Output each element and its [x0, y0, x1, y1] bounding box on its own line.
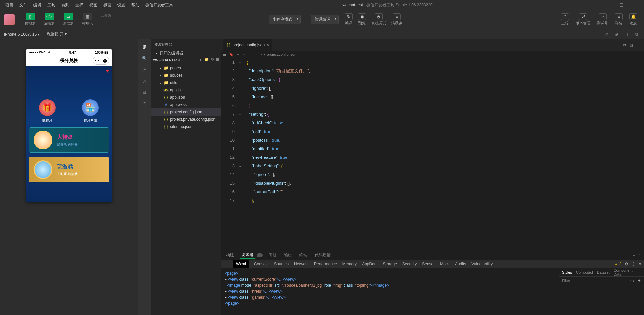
- capsule-button[interactable]: ⋯ ◎: [93, 57, 109, 65]
- preview-button[interactable]: ◉预览: [355, 12, 369, 27]
- hot-reload-select[interactable]: 热重载 开 ▾: [46, 31, 67, 37]
- details-button[interactable]: ≡详情: [612, 12, 625, 27]
- output-tab[interactable]: 输出: [283, 252, 293, 259]
- build-tab[interactable]: 构建: [225, 252, 235, 259]
- file-tree-item[interactable]: JSapp.js: [151, 86, 221, 94]
- wxml-tree[interactable]: <page> ▸ <view class="currentScore">…</v…: [221, 268, 559, 315]
- storage-tab[interactable]: Storage: [383, 262, 397, 266]
- back-icon[interactable]: ←: [236, 52, 240, 57]
- menu-icon[interactable]: ☰: [223, 52, 226, 57]
- simulator-toggle[interactable]: ▯模拟器: [21, 12, 39, 27]
- more-icon[interactable]: ⋯: [637, 43, 641, 47]
- record-icon[interactable]: ◉: [613, 31, 620, 38]
- gear-icon[interactable]: ⚙: [625, 262, 628, 266]
- file-tree-item[interactable]: ▸📁souces: [151, 72, 221, 79]
- branch-icon[interactable]: ⎇: [138, 64, 151, 75]
- performance-tab[interactable]: Performance: [314, 262, 337, 266]
- file-tree-item[interactable]: { }project.config.json: [151, 108, 221, 116]
- file-tree-item[interactable]: { }app.json: [151, 94, 221, 101]
- editor-toggle[interactable]: </>编辑器: [40, 12, 58, 27]
- refresh-icon[interactable]: ↻: [603, 31, 610, 38]
- points-mall-icon[interactable]: 🏪: [82, 99, 99, 116]
- user-avatar[interactable]: [4, 14, 15, 25]
- sources-tab[interactable]: Sources: [274, 262, 289, 266]
- cls-toggle[interactable]: .cls: [629, 278, 635, 283]
- more-icon[interactable]: ⋯: [214, 42, 218, 47]
- popout-icon[interactable]: ⧉: [633, 31, 640, 38]
- add-icon[interactable]: ＋: [637, 278, 641, 283]
- memory-tab[interactable]: Memory: [342, 262, 357, 266]
- console-tab[interactable]: Console: [254, 262, 269, 266]
- terminal-tab[interactable]: 终端: [298, 252, 309, 259]
- split-icon[interactable]: ▥: [630, 43, 633, 47]
- debugger-tab[interactable]: 调试器: [240, 251, 255, 259]
- menu-file[interactable]: 文件: [17, 0, 30, 10]
- device-icon[interactable]: ▯: [623, 31, 630, 38]
- overflow-icon[interactable]: »: [639, 262, 641, 266]
- overflow-icon[interactable]: »: [639, 270, 641, 274]
- bookmark-icon[interactable]: 🔖: [229, 52, 234, 57]
- debug-icon[interactable]: ▷: [138, 75, 151, 87]
- security-tab[interactable]: Security: [402, 262, 417, 266]
- new-folder-icon[interactable]: 📁: [204, 57, 209, 62]
- refresh-icon[interactable]: ↻: [211, 57, 214, 62]
- computed-tab[interactable]: Computed: [576, 270, 593, 274]
- audits-tab[interactable]: Audits: [455, 262, 466, 266]
- forward-icon[interactable]: →: [243, 52, 246, 57]
- menu-dots-icon[interactable]: ⋯: [93, 57, 101, 64]
- file-tree-item[interactable]: ▸📁pages: [151, 64, 221, 72]
- debugger-toggle[interactable]: ⇄调试器: [59, 12, 77, 27]
- upload-button[interactable]: ⤴上传: [558, 12, 572, 27]
- file-tree-item[interactable]: #app.wxss: [151, 101, 221, 108]
- phone-preview[interactable]: ●●●●● WeChat 8:47 100% ▮▮ 积分兑换 ⋯ ◎ ♥ 🎁 赚…: [26, 49, 112, 202]
- clear-cache-button[interactable]: ≡清缓存: [389, 12, 405, 27]
- inspect-icon[interactable]: ⯐: [224, 262, 228, 266]
- problems-tab[interactable]: 问题: [267, 252, 278, 259]
- warning-badge[interactable]: ▲ 3: [614, 262, 621, 266]
- vulnerability-tab[interactable]: Vulnerability: [471, 262, 493, 266]
- wxml-tab[interactable]: Wxml: [233, 260, 249, 268]
- menu-settings[interactable]: 设置: [115, 0, 128, 10]
- menu-devtools[interactable]: 微信开发者工具: [143, 0, 176, 10]
- code-body[interactable]: { "description": "项目配置文件。", "packOptions…: [241, 58, 644, 250]
- wheel-card[interactable]: 大转盘 踏春风 转惊喜: [29, 127, 109, 153]
- menu-goto[interactable]: 转到: [59, 0, 72, 10]
- files-icon[interactable]: 🗐: [138, 41, 151, 53]
- menu-edit[interactable]: 编辑: [31, 0, 44, 10]
- menu-select[interactable]: 选择: [73, 0, 86, 10]
- open-editors-section[interactable]: ▸打开的编辑器: [151, 49, 221, 57]
- panel-collapse-icon[interactable]: ⌄: [632, 253, 636, 257]
- message-button[interactable]: 🔔消息: [627, 12, 640, 27]
- code-editor[interactable]: 123 456 789 101112 131415 1617 ⌄⌄ ⌄ ⌄ { …: [221, 58, 644, 250]
- collapse-icon[interactable]: ⊟: [216, 57, 219, 62]
- menu-interface[interactable]: 界面: [101, 0, 114, 10]
- panel-close-icon[interactable]: ×: [638, 253, 641, 257]
- minimize-button[interactable]: [599, 0, 614, 10]
- compile-select[interactable]: 普通编译: [311, 15, 339, 24]
- appdata-tab[interactable]: AppData: [362, 262, 378, 266]
- close-tab-icon[interactable]: ×: [267, 43, 269, 47]
- kebab-icon[interactable]: ⋮: [632, 262, 636, 266]
- new-file-icon[interactable]: ＋: [199, 57, 202, 62]
- filter-input[interactable]: [562, 279, 629, 283]
- mode-select[interactable]: 小程序模式: [269, 15, 301, 24]
- quality-tab[interactable]: 代码质量: [313, 252, 332, 259]
- search-icon[interactable]: 🔍: [138, 53, 151, 64]
- styles-tab[interactable]: Styles: [562, 270, 572, 274]
- extensions-icon[interactable]: ▦: [138, 87, 151, 98]
- version-button[interactable]: ⎇版本管理: [573, 12, 593, 27]
- maximize-button[interactable]: [614, 0, 629, 10]
- test-num-button[interactable]: ↗测试号: [594, 12, 611, 27]
- compile-button[interactable]: ↻编译: [342, 12, 355, 27]
- file-tree-item[interactable]: ▸📁utils: [151, 79, 221, 86]
- dataset-tab[interactable]: Dataset: [597, 270, 610, 274]
- menu-project[interactable]: 项目: [3, 0, 16, 10]
- visualize-toggle[interactable]: ▦可视化: [78, 12, 96, 27]
- remote-debug-button[interactable]: ⬘真机调试: [369, 12, 389, 27]
- menu-view[interactable]: 视图: [87, 0, 100, 10]
- project-header[interactable]: ▾WECHAT-TEST ＋ 📁 ↻ ⊟: [151, 57, 221, 63]
- sensor-tab[interactable]: Sensor: [422, 262, 435, 266]
- network-tab[interactable]: Network: [294, 262, 309, 266]
- file-tree-item[interactable]: { }project.private.config.json: [151, 116, 221, 123]
- earn-points-icon[interactable]: 🎁: [39, 99, 56, 116]
